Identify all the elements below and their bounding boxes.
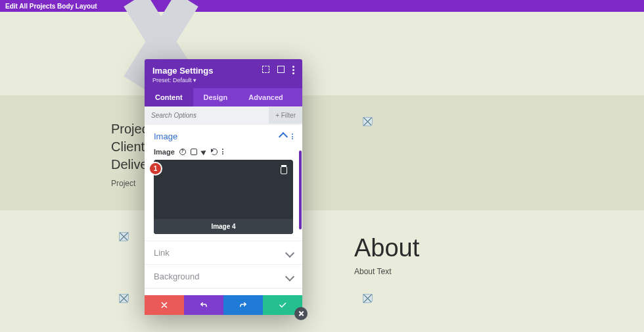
cancel-button[interactable] (145, 295, 184, 315)
search-row: Filter (145, 107, 302, 124)
section-link-title: Link (154, 248, 170, 258)
hero-band (0, 95, 644, 210)
tab-content[interactable]: Content (145, 88, 193, 107)
chevron-down-icon (285, 248, 294, 257)
section-background-title: Background (154, 272, 199, 281)
broken-image-icon (363, 294, 373, 303)
section-link: Link (145, 241, 302, 264)
modal-scrollbar[interactable] (299, 151, 302, 269)
reset-icon[interactable] (211, 149, 218, 155)
section-image-toggle[interactable]: Image (145, 125, 302, 148)
admin-bar-title: Edit All Projects Body Layout (5, 3, 97, 10)
tab-advanced[interactable]: Advanced (238, 88, 294, 107)
check-icon (278, 300, 287, 310)
resize-handle[interactable] (294, 307, 308, 320)
redo-icon (239, 300, 248, 310)
project-line-2: Client (111, 138, 149, 156)
help-icon[interactable] (179, 149, 186, 155)
trash-icon[interactable] (280, 165, 288, 174)
expand-icon[interactable] (262, 66, 269, 73)
image-preview-canvas (154, 160, 293, 219)
admin-bar: Edit All Projects Body Layout (0, 0, 644, 12)
section-link-toggle[interactable]: Link (145, 241, 302, 264)
modal-title: Image Settings (152, 66, 213, 76)
filter-button[interactable]: Filter (269, 107, 302, 124)
responsive-icon[interactable] (191, 149, 197, 155)
modal-tabs: Content Design Advanced (145, 88, 302, 107)
project-subline: Project (111, 179, 149, 188)
broken-image-icon (119, 294, 129, 303)
left-text-block: Projec Client Delive Project (111, 120, 149, 188)
search-options-input[interactable] (145, 107, 269, 124)
project-line-1: Projec (111, 120, 149, 138)
image-preview-caption: Image 4 (154, 219, 293, 234)
close-icon (160, 300, 169, 310)
hover-icon[interactable] (200, 149, 207, 156)
page-canvas: Projec Client Delive Project About About… (0, 12, 644, 332)
kebab-menu-icon[interactable] (292, 66, 294, 74)
undo-button[interactable] (184, 295, 223, 315)
callout-badge-1: 1 (150, 163, 161, 174)
project-line-3: Delive (111, 156, 149, 174)
section-background: Background (145, 264, 302, 288)
modal-header[interactable]: Image Settings Preset: Default ▾ (145, 59, 302, 88)
image-field-label-row: Image (145, 148, 302, 160)
about-heading: About (354, 234, 419, 262)
modal-body: Image Image 1 (145, 124, 302, 295)
image-field-label: Image (154, 148, 175, 156)
section-image-title: Image (154, 131, 177, 141)
section-admin-label: Admin Label (145, 288, 302, 295)
modal-footer (145, 295, 302, 315)
image-preview-wrap: 1 Image 4 (145, 160, 302, 241)
image-preview[interactable]: Image 4 (154, 160, 293, 234)
broken-image-icon (119, 232, 129, 241)
kebab-menu-icon[interactable] (222, 149, 229, 155)
undo-icon (199, 300, 208, 310)
redo-button[interactable] (223, 295, 263, 315)
chevron-down-icon (285, 272, 294, 281)
broken-image-icon (363, 117, 373, 126)
section-background-toggle[interactable]: Background (145, 265, 302, 288)
modal-preset-label[interactable]: Preset: Default ▾ (152, 77, 213, 83)
about-text: About Text (354, 267, 391, 276)
tab-design[interactable]: Design (193, 88, 239, 107)
section-admin-label-toggle[interactable]: Admin Label (145, 289, 302, 295)
section-image: Image Image 1 (145, 124, 302, 241)
kebab-menu-icon[interactable] (292, 133, 293, 139)
image-settings-modal: Image Settings Preset: Default ▾ Content… (145, 59, 302, 315)
chevron-up-icon (279, 131, 288, 141)
snap-icon[interactable] (277, 66, 285, 73)
